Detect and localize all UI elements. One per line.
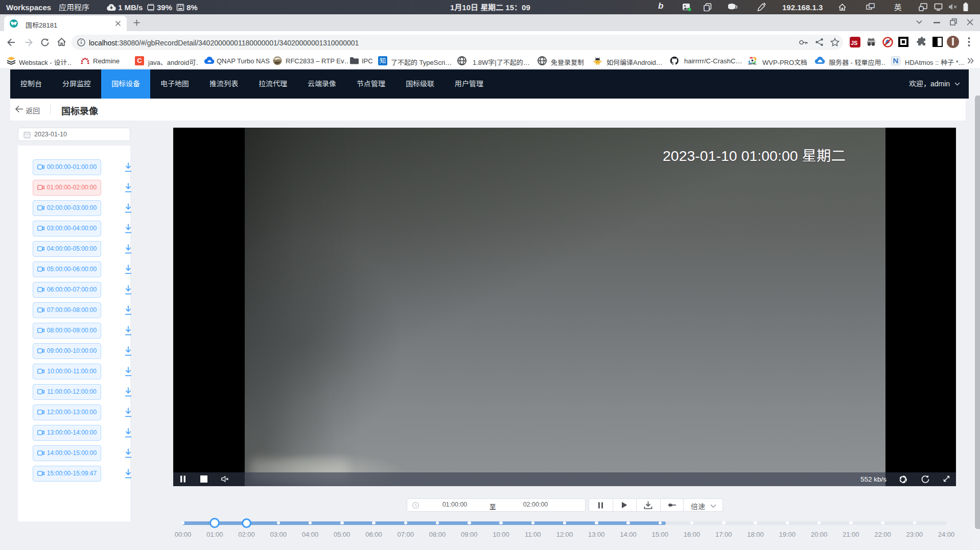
- svg-text:WVP PRO: WVP PRO: [749, 63, 757, 65]
